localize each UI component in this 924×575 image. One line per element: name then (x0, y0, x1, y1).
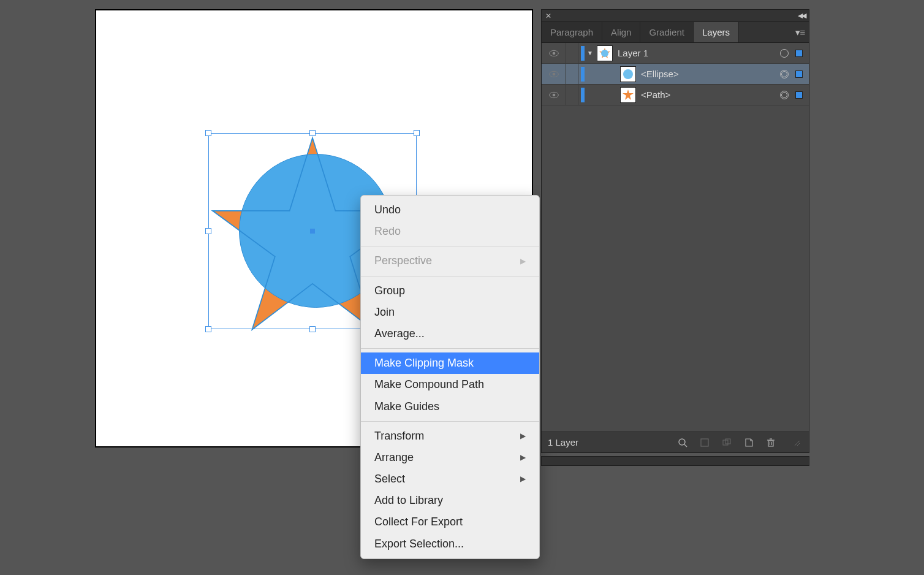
layer-row[interactable]: ▼ Layer 1 (542, 43, 809, 64)
panel-flyout-menu-icon[interactable]: ▾≡ (792, 22, 809, 42)
layer-count: 1 Layer (548, 437, 667, 447)
selection-handle-nw[interactable] (205, 130, 211, 136)
ctx-average[interactable]: Average... (361, 323, 539, 345)
svg-rect-17 (768, 441, 773, 446)
ctx-label: Arrange (374, 450, 414, 465)
submenu-arrow-icon: ▶ (520, 431, 526, 441)
svg-point-10 (552, 93, 555, 96)
selection-handle-n[interactable] (309, 130, 316, 136)
ctx-make-guides[interactable]: Make Guides (361, 396, 539, 417)
svg-point-8 (623, 69, 633, 79)
selection-handle-ne[interactable] (414, 130, 420, 136)
tab-gradient[interactable]: Gradient (640, 22, 694, 42)
selection-handle-s[interactable] (309, 326, 316, 332)
collapse-icon[interactable]: ◀◀ (798, 12, 805, 20)
selection-color-bar (581, 88, 585, 102)
ctx-label: Undo (374, 202, 401, 218)
ctx-make-clipping-mask[interactable]: Make Clipping Mask (361, 352, 539, 374)
svg-point-7 (552, 72, 555, 75)
ctx-label: Average... (374, 326, 425, 341)
ctx-label: Make Compound Path (374, 377, 484, 392)
ctx-label: Make Guides (374, 399, 439, 414)
layer-thumbnail[interactable] (620, 87, 636, 103)
selection-color-bar (581, 46, 585, 61)
svg-point-12 (679, 439, 685, 445)
create-new-layer-icon[interactable] (743, 438, 755, 447)
ctx-export-selection[interactable]: Export Selection... (361, 533, 539, 555)
submenu-arrow-icon: ▶ (520, 256, 526, 267)
tab-label: Align (611, 27, 631, 37)
ctx-undo[interactable]: Undo (361, 199, 539, 221)
svg-line-22 (795, 441, 800, 446)
create-sublayer-icon[interactable] (721, 438, 733, 447)
delete-layer-icon[interactable] (765, 438, 777, 447)
visibility-toggle[interactable] (542, 64, 566, 84)
ctx-arrange[interactable]: Arrange▶ (361, 447, 539, 468)
layer-name[interactable]: Layer 1 (618, 48, 776, 58)
ctx-label: Collect For Export (374, 514, 463, 530)
ctx-separator (361, 246, 539, 246)
ctx-transform[interactable]: Transform▶ (361, 425, 539, 447)
ctx-make-compound-path[interactable]: Make Compound Path (361, 374, 539, 395)
svg-rect-14 (701, 439, 708, 446)
target-icon[interactable] (776, 70, 793, 78)
ctx-label: Export Selection... (374, 536, 464, 552)
panel-tabs: Paragraph Align Gradient Layers ▾≡ (542, 22, 809, 43)
resize-grip-icon[interactable] (790, 439, 803, 446)
ctx-join[interactable]: Join (361, 302, 539, 323)
visibility-toggle[interactable] (542, 85, 566, 105)
selection-indicator[interactable] (795, 50, 803, 57)
svg-line-13 (684, 444, 687, 447)
selection-indicator[interactable] (795, 70, 803, 78)
ctx-separator (361, 421, 539, 422)
context-menu: Undo Redo Perspective ▶ Group Join Avera… (360, 195, 540, 559)
locate-object-icon[interactable] (676, 438, 689, 447)
selection-handle-sw[interactable] (205, 326, 211, 332)
svg-point-3 (552, 51, 555, 55)
disclosure-triangle-icon[interactable]: ▼ (586, 50, 594, 56)
layer-name[interactable]: <Ellipse> (641, 69, 776, 79)
layer-row[interactable]: <Path> (542, 85, 809, 105)
ctx-label: Make Clipping Mask (374, 356, 474, 371)
panel-footer: 1 Layer (542, 432, 809, 452)
svg-line-23 (797, 443, 800, 446)
ctx-label: Join (374, 305, 395, 320)
ctx-label: Select (374, 471, 405, 487)
tab-align[interactable]: Align (602, 22, 640, 42)
svg-marker-11 (623, 89, 634, 100)
layer-row[interactable]: <Ellipse> (542, 64, 809, 85)
selection-handle-w[interactable] (205, 228, 211, 234)
ctx-add-to-library[interactable]: Add to Library (361, 490, 539, 511)
svg-point-5 (601, 50, 608, 57)
ctx-select[interactable]: Select▶ (361, 468, 539, 490)
tab-label: Layers (702, 27, 730, 37)
ctx-collect-for-export[interactable]: Collect For Export (361, 511, 539, 533)
ctx-perspective: Perspective ▶ (361, 250, 539, 272)
close-icon[interactable]: ✕ (545, 12, 551, 20)
layer-thumbnail[interactable] (620, 66, 636, 82)
ctx-redo: Redo (361, 221, 539, 242)
tab-layers[interactable]: Layers (694, 22, 739, 42)
target-icon[interactable] (776, 49, 793, 58)
ctx-label: Redo (374, 224, 401, 239)
tab-paragraph[interactable]: Paragraph (542, 22, 602, 42)
lock-toggle[interactable] (566, 85, 578, 105)
selection-indicator[interactable] (795, 91, 803, 99)
tab-label: Gradient (649, 27, 684, 37)
lock-toggle[interactable] (566, 43, 578, 63)
horizontal-scrollbar[interactable] (541, 456, 809, 466)
make-clipping-mask-icon[interactable] (699, 438, 711, 447)
layer-thumbnail[interactable] (597, 45, 613, 61)
ctx-label: Transform (374, 428, 424, 444)
submenu-arrow-icon: ▶ (520, 452, 526, 463)
ctx-separator (361, 276, 539, 276)
lock-toggle[interactable] (566, 64, 578, 84)
visibility-toggle[interactable] (542, 43, 566, 63)
layer-name[interactable]: <Path> (641, 89, 776, 100)
panel-titlebar[interactable]: ✕ ◀◀ (542, 10, 809, 22)
target-icon[interactable] (776, 91, 793, 99)
ctx-label: Group (374, 283, 405, 299)
layers-panel: ✕ ◀◀ Paragraph Align Gradient Layers ▾≡ … (541, 9, 809, 453)
ctx-group[interactable]: Group (361, 280, 539, 302)
submenu-arrow-icon: ▶ (520, 474, 526, 484)
